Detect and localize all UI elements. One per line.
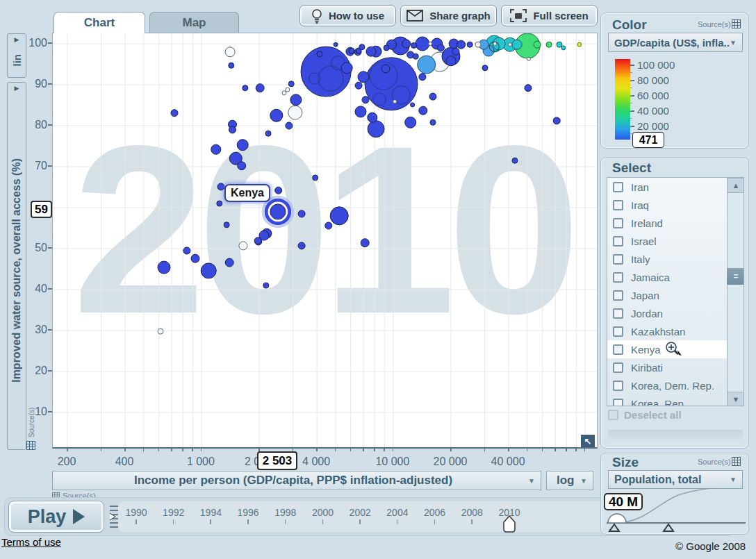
bubble[interactable] bbox=[411, 42, 417, 48]
country-row-kiribati[interactable]: Kiribati bbox=[607, 358, 727, 376]
country-row-korea-dem-rep-[interactable]: Korea, Dem. Rep. bbox=[607, 376, 727, 394]
timeline-year-1996[interactable]: 1996 bbox=[234, 507, 262, 518]
bubble[interactable] bbox=[429, 93, 436, 100]
bubble[interactable] bbox=[298, 242, 305, 249]
how-to-use-button[interactable]: How to use bbox=[299, 5, 396, 26]
bubble[interactable] bbox=[265, 131, 271, 136]
timeline-slider[interactable]: 1990199219941996199820002002200420062008… bbox=[118, 501, 652, 532]
bubble[interactable] bbox=[239, 242, 247, 250]
bubble[interactable] bbox=[452, 48, 459, 55]
tab-map[interactable]: Map bbox=[149, 12, 239, 33]
country-row-kenya[interactable]: Kenya bbox=[607, 340, 727, 358]
country-row-jamaica[interactable]: Jamaica bbox=[607, 268, 727, 286]
bubble[interactable] bbox=[508, 43, 511, 47]
y-scale-control[interactable]: ▶ lin bbox=[7, 33, 26, 78]
country-checkbox[interactable] bbox=[613, 272, 623, 283]
scrollbar-up-button[interactable]: ▲ bbox=[727, 178, 744, 193]
bubble[interactable] bbox=[413, 53, 418, 59]
bubble[interactable] bbox=[475, 42, 481, 47]
timeline-year-2002[interactable]: 2002 bbox=[346, 507, 374, 518]
country-row-italy[interactable]: Italy bbox=[607, 250, 727, 268]
country-row-iraq[interactable]: Iraq bbox=[607, 196, 727, 214]
bubble[interactable] bbox=[402, 40, 411, 48]
bubble[interactable] bbox=[229, 126, 236, 133]
bubble[interactable] bbox=[313, 175, 318, 181]
scrollbar-down-button[interactable]: ▼ bbox=[727, 392, 744, 406]
x-axis-indicator-dropdown[interactable]: Income per person (GDP/capita, PPP$ infl… bbox=[52, 471, 541, 490]
timeline-handle[interactable] bbox=[502, 515, 517, 533]
bubble[interactable] bbox=[457, 40, 466, 49]
bubble[interactable] bbox=[355, 82, 362, 89]
bubble[interactable] bbox=[527, 57, 531, 60]
bubble[interactable] bbox=[467, 42, 472, 47]
x-value-box[interactable]: 2 503 bbox=[257, 451, 297, 470]
bubble[interactable] bbox=[158, 261, 170, 274]
bubble[interactable] bbox=[381, 65, 390, 73]
bubble[interactable] bbox=[393, 100, 397, 103]
country-checkbox[interactable] bbox=[613, 236, 623, 247]
color-source-grid-icon[interactable] bbox=[732, 19, 741, 31]
country-checkbox[interactable] bbox=[613, 218, 623, 228]
bubble[interactable] bbox=[325, 222, 332, 229]
timeline-year-2000[interactable]: 2000 bbox=[309, 507, 337, 518]
bubble[interactable] bbox=[349, 48, 354, 53]
country-checkbox[interactable] bbox=[613, 308, 623, 319]
bubble[interactable] bbox=[317, 51, 322, 57]
bubble[interactable] bbox=[446, 56, 456, 66]
country-row-jordan[interactable]: Jordan bbox=[607, 304, 727, 322]
bubble[interactable] bbox=[430, 119, 436, 125]
bubble[interactable] bbox=[254, 237, 261, 244]
bubble[interactable] bbox=[225, 47, 235, 57]
bubble[interactable] bbox=[557, 42, 562, 47]
size-value-box[interactable]: 40 M bbox=[604, 493, 643, 510]
bubble[interactable] bbox=[359, 44, 365, 50]
bubble[interactable] bbox=[355, 106, 366, 117]
timeline-year-2006[interactable]: 2006 bbox=[421, 507, 449, 518]
bubble[interactable] bbox=[217, 201, 222, 206]
country-row-japan[interactable]: Japan bbox=[607, 286, 727, 304]
country-checkbox[interactable] bbox=[613, 326, 623, 337]
bubble[interactable] bbox=[298, 210, 305, 217]
bubble[interactable] bbox=[512, 158, 518, 163]
size-indicator-dropdown[interactable]: Population, total ▼ bbox=[608, 470, 743, 489]
bubble[interactable] bbox=[263, 283, 269, 288]
size-source-label[interactable]: Source(s) bbox=[698, 458, 731, 466]
bubble[interactable] bbox=[419, 106, 427, 115]
bubble[interactable] bbox=[288, 81, 294, 87]
bubble[interactable] bbox=[534, 41, 541, 48]
bubble[interactable] bbox=[288, 106, 302, 119]
color-value-box[interactable]: 471 bbox=[632, 132, 664, 148]
country-checkbox[interactable] bbox=[613, 344, 623, 355]
scrollbar-track[interactable] bbox=[727, 178, 744, 406]
bubble[interactable] bbox=[437, 44, 444, 51]
bubble[interactable] bbox=[416, 37, 429, 51]
full-screen-button[interactable]: Full screen bbox=[501, 5, 598, 26]
y-value-box[interactable]: 59 bbox=[31, 201, 52, 218]
selected-country-label[interactable]: Kenya bbox=[224, 184, 270, 202]
bubble[interactable] bbox=[561, 46, 566, 50]
timeline-year-2008[interactable]: 2008 bbox=[458, 507, 486, 518]
country-row-korea-rep-[interactable]: Korea, Rep. bbox=[607, 394, 727, 406]
bubble[interactable] bbox=[243, 85, 248, 91]
bubble[interactable] bbox=[525, 85, 532, 92]
bubble[interactable] bbox=[418, 56, 436, 74]
bubble[interactable] bbox=[577, 42, 582, 47]
country-row-iran[interactable]: Iran bbox=[607, 178, 727, 196]
timeline-year-1994[interactable]: 1994 bbox=[197, 507, 224, 518]
bubble[interactable] bbox=[238, 162, 246, 170]
play-button[interactable]: Play bbox=[8, 501, 104, 533]
bubble[interactable] bbox=[225, 258, 233, 267]
bubble[interactable] bbox=[366, 47, 376, 56]
country-checkbox[interactable] bbox=[613, 254, 623, 265]
country-checkbox[interactable] bbox=[613, 200, 623, 210]
bubble[interactable] bbox=[237, 140, 248, 151]
country-checkbox[interactable] bbox=[613, 399, 623, 407]
bubble[interactable] bbox=[217, 183, 224, 190]
deselect-all-button[interactable]: Deselect all bbox=[608, 409, 682, 421]
color-source-label[interactable]: Source(s) bbox=[698, 20, 731, 28]
bubble[interactable] bbox=[512, 40, 522, 49]
country-row-kazakhstan[interactable]: Kazakhstan bbox=[607, 322, 727, 340]
country-checkbox[interactable] bbox=[613, 182, 623, 192]
resize-chart-icon[interactable]: ↖ bbox=[581, 435, 595, 448]
x-scale-dropdown[interactable]: log ▼ bbox=[546, 471, 593, 490]
